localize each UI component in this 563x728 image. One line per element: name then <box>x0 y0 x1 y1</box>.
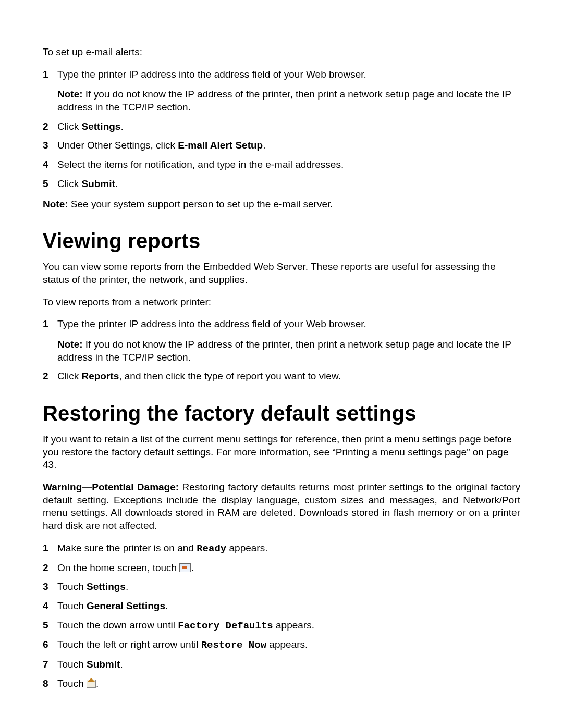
paragraph: To view reports from a network printer: <box>43 296 520 309</box>
step-text: . <box>115 178 118 189</box>
step-text: On the home screen, touch <box>57 562 179 573</box>
document-page: To set up e-mail alerts: 1Type the print… <box>0 0 563 728</box>
paragraph: If you want to retain a list of the curr… <box>43 433 520 472</box>
heading-viewing-reports: Viewing reports <box>43 227 520 254</box>
step-body: Touch Submit. <box>57 658 520 671</box>
step-body: Select the items for notification, and t… <box>57 158 520 171</box>
restore-defaults-steps: 1Make sure the printer is on and Ready a… <box>43 542 520 690</box>
intro-paragraph: To set up e-mail alerts: <box>43 46 520 59</box>
step-mono: Restore Now <box>201 639 266 651</box>
step-text: . <box>165 600 168 611</box>
step-text: . <box>120 121 123 132</box>
step-body: Click Reports, and then click the type o… <box>57 370 520 383</box>
step-body: Touch General Settings. <box>57 600 520 613</box>
step-text: Touch <box>57 678 87 689</box>
step-body: Under Other Settings, click E-mail Alert… <box>57 139 520 152</box>
step-body: Touch the down arrow until Factory Defau… <box>57 619 520 633</box>
step-item: 3Touch Settings. <box>43 581 520 594</box>
step-mono: Factory Defaults <box>178 620 273 632</box>
step-item: 2Click Settings. <box>43 120 520 133</box>
step-bold: Submit <box>81 178 115 189</box>
step-bold: Submit <box>87 659 120 670</box>
step-body: Type the printer IP address into the add… <box>57 68 520 81</box>
step-number: 3 <box>43 581 54 594</box>
note-paragraph: Note: See your system support person to … <box>43 198 520 211</box>
step-text: Type the printer IP address into the add… <box>57 69 366 80</box>
note-label: Note: <box>43 199 68 209</box>
step-text: Type the printer IP address into the add… <box>57 318 366 329</box>
step-text: . <box>120 659 123 670</box>
step-item: 1Make sure the printer is on and Ready a… <box>43 542 520 556</box>
step-note: Note: If you do not know the IP address … <box>57 338 520 364</box>
step-number: 1 <box>43 68 54 81</box>
step-text: appears. <box>226 542 267 553</box>
note-label: Note: <box>57 339 83 350</box>
step-item: 3Under Other Settings, click E-mail Aler… <box>43 139 520 152</box>
step-text: . <box>191 562 193 573</box>
step-body: Touch . <box>57 677 520 690</box>
step-bold: General Settings <box>87 600 165 611</box>
step-text: Touch <box>57 659 87 670</box>
step-item: 7Touch Submit. <box>43 658 520 671</box>
paragraph: You can view some reports from the Embed… <box>43 261 520 286</box>
step-text: Click <box>57 121 81 132</box>
step-body: Type the printer IP address into the add… <box>57 318 520 331</box>
step-body: Make sure the printer is on and Ready ap… <box>57 542 520 556</box>
step-body: On the home screen, touch . <box>57 562 520 575</box>
step-text: Select the items for notification, and t… <box>57 159 344 170</box>
step-number: 4 <box>43 158 54 171</box>
step-mono: Ready <box>197 543 226 554</box>
step-item: 1Type the printer IP address into the ad… <box>43 68 520 114</box>
home-icon <box>87 680 96 688</box>
note-text: If you do not know the IP address of the… <box>57 339 511 363</box>
step-text: appears. <box>266 639 308 650</box>
step-text: Touch <box>57 581 87 592</box>
step-bold: Settings <box>87 581 126 592</box>
step-item: 4Select the items for notification, and … <box>43 158 520 171</box>
step-number: 8 <box>43 677 54 690</box>
step-body: Touch the left or right arrow until Rest… <box>57 638 520 652</box>
step-text: Touch the down arrow until <box>57 620 178 631</box>
step-number: 3 <box>43 139 54 152</box>
step-body: Touch Settings. <box>57 581 520 594</box>
view-reports-steps: 1Type the printer IP address into the ad… <box>43 318 520 383</box>
step-item: 5Touch the down arrow until Factory Defa… <box>43 619 520 633</box>
warning-paragraph: Warning—Potential Damage: Restoring fact… <box>43 481 520 533</box>
step-bold: Settings <box>81 121 120 132</box>
step-number: 1 <box>43 542 54 555</box>
step-text: . <box>263 140 265 151</box>
step-item: 2On the home screen, touch . <box>43 562 520 575</box>
note-label: Note: <box>57 89 83 100</box>
toolbox-icon <box>179 563 191 572</box>
step-text: Touch <box>57 600 87 611</box>
step-text: appears. <box>273 620 314 631</box>
step-item: 2Click Reports, and then click the type … <box>43 370 520 383</box>
step-bold: Reports <box>81 371 119 381</box>
step-number: 4 <box>43 600 54 613</box>
step-text: Make sure the printer is on and <box>57 542 197 553</box>
step-body: Click Submit. <box>57 178 520 191</box>
email-alert-steps: 1Type the printer IP address into the ad… <box>43 68 520 191</box>
step-text: Click <box>57 178 81 189</box>
step-text: Touch the left or right arrow until <box>57 639 201 650</box>
step-number: 6 <box>43 638 54 651</box>
step-item: 1Type the printer IP address into the ad… <box>43 318 520 364</box>
step-text: , and then click the type of report you … <box>119 371 341 381</box>
step-number: 2 <box>43 562 54 575</box>
warning-label: Warning—Potential Damage: <box>43 482 179 492</box>
step-number: 5 <box>43 178 54 191</box>
step-text: Under Other Settings, click <box>57 140 178 151</box>
step-number: 1 <box>43 318 54 331</box>
step-item: 8Touch . <box>43 677 520 690</box>
step-item: 6Touch the left or right arrow until Res… <box>43 638 520 652</box>
step-body: Click Settings. <box>57 120 520 133</box>
note-text: If you do not know the IP address of the… <box>57 89 511 113</box>
step-number: 2 <box>43 120 54 133</box>
step-text: Click <box>57 371 81 381</box>
step-number: 2 <box>43 370 54 383</box>
step-text: . <box>96 678 99 689</box>
step-number: 7 <box>43 658 54 671</box>
heading-restoring-factory-defaults: Restoring the factory default settings <box>43 400 520 427</box>
step-item: 5Click Submit. <box>43 178 520 191</box>
step-item: 4Touch General Settings. <box>43 600 520 613</box>
